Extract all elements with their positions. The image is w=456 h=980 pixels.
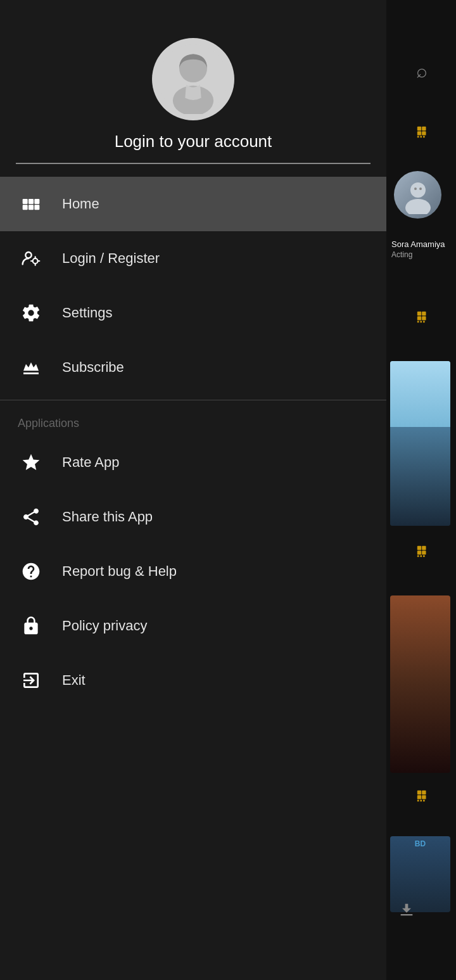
drawer-header: Login to your account <box>0 0 386 177</box>
svg-rect-13 <box>417 316 421 320</box>
svg-rect-0 <box>417 127 421 130</box>
exit-icon <box>18 667 44 694</box>
share-icon <box>18 504 44 530</box>
thumbnail-3 <box>390 595 450 773</box>
svg-point-10 <box>419 188 422 190</box>
svg-rect-4 <box>417 136 419 138</box>
login-prompt-text[interactable]: Login to your account <box>115 132 272 151</box>
svg-rect-25 <box>417 791 421 794</box>
share-app-label: Share this App <box>62 509 153 525</box>
download-icon[interactable] <box>398 901 415 923</box>
search-icon-top[interactable]: ⌕ <box>416 60 428 82</box>
login-icon <box>18 245 44 272</box>
login-label: Login / Register <box>62 250 160 267</box>
applications-section: Applications Rate App Share this App <box>0 405 386 708</box>
svg-rect-35 <box>23 199 28 204</box>
menu-item-settings[interactable]: Settings <box>0 286 386 340</box>
policy-label: Policy privacy <box>62 618 147 634</box>
svg-rect-11 <box>417 312 421 315</box>
svg-rect-21 <box>422 550 426 554</box>
menu-divider <box>0 400 386 400</box>
menu-item-exit[interactable]: Exit <box>0 653 386 708</box>
svg-rect-18 <box>417 546 421 550</box>
svg-rect-15 <box>417 321 419 323</box>
svg-rect-14 <box>422 316 426 320</box>
navigation-drawer: Login to your account Home <box>0 0 386 980</box>
svg-rect-17 <box>423 321 425 323</box>
menu-item-policy[interactable]: Policy privacy <box>0 599 386 653</box>
svg-rect-31 <box>423 800 425 802</box>
svg-rect-36 <box>28 199 34 204</box>
lock-icon <box>18 613 44 639</box>
menu-item-home[interactable]: Home <box>0 177 386 231</box>
svg-rect-39 <box>28 205 34 210</box>
main-menu: Home Login / Register Settings <box>0 177 386 395</box>
svg-rect-12 <box>422 312 426 315</box>
grid-icon-2[interactable] <box>416 310 430 328</box>
applications-section-label: Applications <box>0 405 386 435</box>
svg-rect-30 <box>420 800 422 802</box>
home-label: Home <box>62 196 99 212</box>
svg-point-9 <box>414 188 417 190</box>
svg-rect-6 <box>423 136 425 138</box>
person-name: Sora Amamiya <box>391 239 448 249</box>
grid-icon-3[interactable] <box>416 545 430 562</box>
svg-rect-2 <box>417 131 421 135</box>
svg-rect-29 <box>417 800 419 802</box>
svg-rect-40 <box>34 205 39 210</box>
svg-rect-5 <box>420 136 422 138</box>
svg-rect-3 <box>422 131 426 135</box>
svg-rect-38 <box>23 205 28 210</box>
home-icon <box>18 191 44 217</box>
subscribe-icon <box>18 354 44 381</box>
avatar[interactable] <box>152 38 234 120</box>
svg-rect-37 <box>34 199 39 204</box>
grid-icon-1[interactable] <box>416 125 430 143</box>
svg-point-42 <box>33 258 38 264</box>
star-icon <box>18 449 44 476</box>
grid-icon-4[interactable] <box>416 789 430 806</box>
svg-rect-26 <box>422 791 426 794</box>
menu-item-rate-app[interactable]: Rate App <box>0 435 386 490</box>
menu-item-subscribe[interactable]: Subscribe <box>0 340 386 395</box>
svg-point-7 <box>410 182 426 198</box>
rate-app-label: Rate App <box>62 454 120 471</box>
exit-label: Exit <box>62 672 86 689</box>
settings-icon <box>18 300 44 326</box>
report-bug-label: Report bug & Help <box>62 563 177 580</box>
svg-rect-20 <box>417 550 421 554</box>
person-role: Acting <box>391 250 412 259</box>
svg-rect-16 <box>420 321 422 323</box>
header-divider <box>16 163 370 164</box>
svg-rect-27 <box>417 795 421 799</box>
menu-item-share-app[interactable]: Share this App <box>0 490 386 544</box>
help-icon <box>18 558 44 585</box>
menu-item-login[interactable]: Login / Register <box>0 231 386 286</box>
profile-thumbnail[interactable] <box>394 171 441 219</box>
svg-rect-28 <box>422 795 426 799</box>
svg-rect-23 <box>420 556 422 557</box>
svg-rect-22 <box>417 556 419 557</box>
svg-point-8 <box>405 199 431 214</box>
menu-item-report-bug[interactable]: Report bug & Help <box>0 544 386 599</box>
svg-rect-1 <box>422 127 426 130</box>
settings-label: Settings <box>62 305 113 321</box>
thumbnail-2 <box>390 361 450 526</box>
svg-point-41 <box>25 252 31 258</box>
svg-rect-24 <box>423 556 425 557</box>
svg-rect-19 <box>422 546 426 550</box>
subscribe-label: Subscribe <box>62 359 124 376</box>
